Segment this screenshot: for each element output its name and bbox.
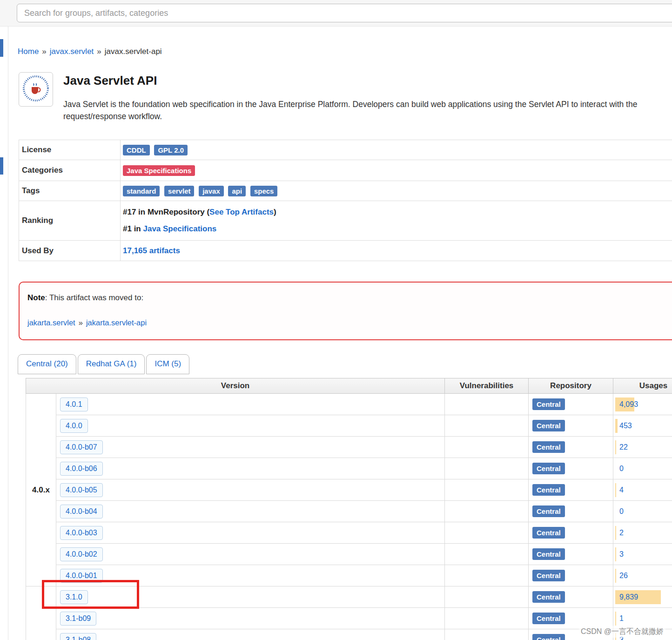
repository-central-link[interactable]: Central (532, 441, 565, 453)
version-link[interactable]: 4.0.0-b05 (60, 483, 103, 497)
repository-central-link[interactable]: Central (532, 548, 565, 560)
version-table-row: 4.0.x 4.0.1 Central 4,093 (26, 394, 672, 415)
tab-central[interactable]: Central (20) (18, 354, 76, 374)
tag-badge-javax[interactable]: javax (199, 186, 224, 196)
usages-count-link[interactable]: 3 (619, 550, 624, 558)
tab-icm[interactable]: ICM (5) (146, 354, 189, 374)
header-vulnerabilities: Vulnerabilities (445, 378, 529, 394)
repository-cell: Central (529, 437, 613, 458)
version-table-row: 3.1.0 Central 9,839 (26, 586, 672, 608)
version-link[interactable]: 4.0.0-b01 (60, 569, 103, 583)
categories-value: Java Specifications (121, 160, 672, 181)
artifact-description-line2: request/response workflow. (63, 112, 162, 121)
version-link[interactable]: 4.0.0-b04 (60, 505, 103, 519)
jcp-coffee-cup-logo-icon (22, 75, 49, 104)
repository-central-link[interactable]: Central (532, 613, 565, 624)
jakarta-servlet-link[interactable]: jakarta.servlet (27, 318, 75, 327)
version-link[interactable]: 4.0.0-b02 (60, 547, 103, 561)
version-cell: 4.0.0-b06 (56, 458, 445, 479)
vulnerabilities-cell (445, 522, 529, 544)
version-cell: 3.1.0 (56, 586, 445, 608)
version-cell: 4.0.0-b01 (56, 565, 445, 586)
breadcrumb: Home»javax.servlet»javax.servlet-api (18, 47, 162, 56)
repository-central-link[interactable]: Central (532, 398, 565, 410)
java-specifications-link[interactable]: Java Specifications (143, 224, 216, 233)
repository-central-link[interactable]: Central (532, 591, 565, 603)
usages-count-link[interactable]: 0 (619, 507, 624, 515)
version-link[interactable]: 3.1.0 (60, 590, 88, 604)
tag-badge-standard[interactable]: standard (123, 186, 160, 196)
breadcrumb-home-link[interactable]: Home (18, 47, 39, 56)
version-link[interactable]: 4.0.0-b07 (60, 440, 103, 454)
license-label: License (19, 140, 121, 160)
repository-tabs: Central (20) Redhat GA (1) ICM (5) (18, 354, 189, 374)
used-by-artifacts-link[interactable]: 17,165 artifacts (123, 246, 180, 255)
vulnerabilities-cell (445, 544, 529, 565)
header-usages: Usages (613, 378, 672, 394)
version-link[interactable]: 4.0.0-b06 (60, 462, 103, 476)
version-link[interactable]: 4.0.0 (60, 419, 88, 433)
artifact-logo (19, 72, 53, 107)
tag-badge-servlet[interactable]: servlet (164, 186, 194, 196)
version-link[interactable]: 3.1-b08 (60, 633, 96, 640)
repository-central-link[interactable]: Central (532, 570, 565, 581)
used-by-label: Used By (19, 241, 121, 261)
version-cell: 4.0.0-b05 (56, 479, 445, 501)
license-badge-cddl[interactable]: CDDL (123, 145, 150, 155)
license-value: CDDL GPL 2.0 (121, 140, 672, 160)
usages-count-link[interactable]: 4 (619, 486, 624, 494)
repository-cell: Central (529, 501, 613, 522)
repository-central-link[interactable]: Central (532, 634, 565, 640)
repository-cell: Central (529, 522, 613, 544)
versions-table-header: Version Vulnerabilities Repository Usage… (26, 378, 672, 394)
header-repository: Repository (529, 378, 613, 394)
usages-count-link[interactable]: 0 (619, 465, 624, 472)
usages-cell: 0 (613, 458, 672, 479)
tag-badge-api[interactable]: api (228, 186, 246, 196)
usages-count-link[interactable]: 22 (619, 443, 628, 451)
repository-cell: Central (529, 394, 613, 415)
tab-redhat-ga[interactable]: Redhat GA (1) (78, 354, 145, 374)
repository-central-link[interactable]: Central (532, 484, 565, 496)
version-cell: 3.1-b08 (56, 629, 445, 640)
license-badge-gpl[interactable]: GPL 2.0 (154, 145, 188, 155)
repository-cell: Central (529, 565, 613, 586)
tag-badge-specs[interactable]: specs (250, 186, 278, 196)
breadcrumb-separator: » (97, 47, 101, 56)
version-link[interactable]: 4.0.0-b03 (60, 526, 103, 540)
repository-central-link[interactable]: Central (532, 527, 565, 539)
usages-count-link[interactable]: 1 (619, 614, 624, 622)
search-input[interactable] (17, 4, 672, 22)
categories-row: Categories Java Specifications (19, 160, 672, 181)
repository-central-link[interactable]: Central (532, 505, 565, 517)
version-link[interactable]: 4.0.1 (60, 397, 88, 411)
usages-cell: 2 (613, 522, 672, 544)
usages-count-link[interactable]: 9,839 (619, 593, 638, 601)
usage-bar (615, 526, 616, 540)
breadcrumb-group-link[interactable]: javax.servlet (50, 47, 94, 56)
usages-count-link[interactable]: 4,093 (619, 400, 638, 408)
jakarta-servlet-api-link[interactable]: jakarta.servlet-api (86, 318, 147, 327)
ranking-value: #17 in MvnRepository (See Top Artifacts)… (121, 201, 672, 241)
usages-count-link[interactable]: 2 (619, 529, 624, 537)
note-bold: Note (27, 293, 45, 302)
usages-count-link[interactable]: 453 (619, 422, 632, 430)
usages-count-link[interactable]: 26 (619, 572, 628, 579)
ranking-line1-suffix: ) (274, 208, 276, 216)
vulnerabilities-cell (445, 415, 529, 437)
vulnerabilities-cell (445, 479, 529, 501)
breadcrumb-separator: » (42, 47, 46, 56)
usage-bar (615, 440, 616, 454)
moved-note-text: Note: This artifact was moved to: (27, 293, 143, 303)
usages-cell: 4 (613, 479, 672, 501)
category-badge-java-specifications[interactable]: Java Specifications (123, 165, 195, 176)
version-link[interactable]: 3.1-b09 (60, 612, 96, 626)
repository-central-link[interactable]: Central (532, 463, 565, 474)
see-top-artifacts-link[interactable]: See Top Artifacts (209, 208, 274, 216)
usages-cell: 453 (613, 415, 672, 437)
ranking-line-1: #17 in MvnRepository (See Top Artifacts) (123, 204, 672, 221)
version-table-row: 3.1-b08 Central 3 (26, 629, 672, 640)
repository-central-link[interactable]: Central (532, 420, 565, 431)
usages-cell: 26 (613, 565, 672, 586)
version-cell: 4.0.0-b03 (56, 522, 445, 544)
